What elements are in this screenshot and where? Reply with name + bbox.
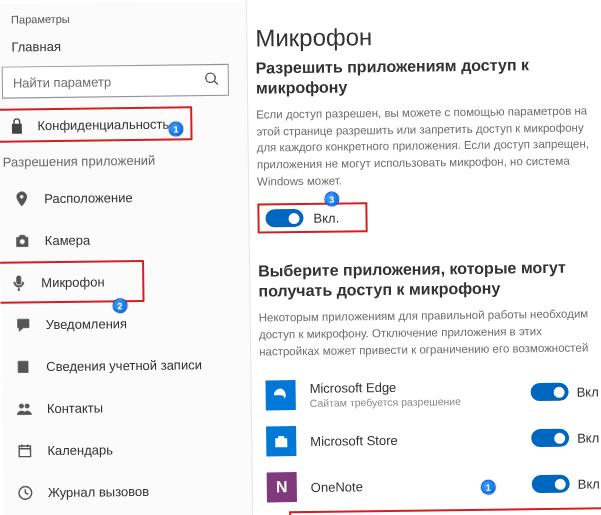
app-toggle-edge[interactable]: [530, 383, 568, 401]
choose-apps-description: Некоторым приложениям для правильной раб…: [259, 306, 597, 360]
sidebar-item-calendar[interactable]: Календарь: [2, 427, 237, 472]
permissions-list: Расположение Камера Микрофон Уведомления…: [0, 175, 238, 514]
sidebar-item-call-history[interactable]: Журнал вызовов: [3, 469, 238, 514]
app-sub: Сайтам требуется разрешение: [310, 394, 517, 409]
sidebar-item-contacts[interactable]: Контакты: [2, 385, 237, 430]
app-toggle-onenote[interactable]: [532, 475, 570, 493]
sidebar-item-account-info[interactable]: Сведения учетной записи: [1, 343, 236, 388]
annotation-marker-1b: 1: [481, 480, 496, 495]
allow-apps-description: Если доступ разрешен, вы можете с помощь…: [256, 102, 594, 189]
window-title: Параметры: [11, 11, 232, 26]
camera-icon: [14, 232, 31, 249]
home-link[interactable]: Главная: [11, 37, 232, 55]
sidebar-item-label: Журнал вызовов: [48, 483, 149, 499]
app-toggle-store[interactable]: [531, 429, 569, 447]
microphone-icon: [10, 274, 27, 291]
master-toggle-row: Вкл.: [257, 203, 367, 234]
app-row-store: Microsoft Store Вкл: [260, 416, 601, 464]
app-row-onenote: N OneNote Вкл: [261, 462, 601, 510]
sidebar-item-location[interactable]: Расположение: [0, 175, 234, 220]
app-row-edge: Microsoft Edge Сайтам требуется разрешен…: [259, 370, 601, 418]
store-icon: [266, 426, 296, 456]
toggle-state: Вкл: [577, 430, 599, 445]
calendar-icon: [16, 442, 33, 459]
search-wrap: [2, 64, 229, 99]
page-title: Микрофон: [255, 20, 598, 52]
sidebar-item-label: Календарь: [47, 442, 113, 458]
sidebar-item-label: Уведомления: [46, 316, 127, 332]
account-icon: [15, 358, 32, 375]
sidebar-item-label: Контакты: [47, 400, 103, 416]
category-label: Конфиденциальность: [37, 116, 169, 133]
sidebar-item-microphone[interactable]: Микрофон: [0, 260, 145, 304]
sidebar-item-label: Микрофон: [41, 274, 105, 290]
sidebar-item-label: Камера: [45, 232, 91, 248]
contacts-icon: [16, 400, 33, 417]
toggle-state: Вкл: [576, 384, 598, 399]
edge-icon: [266, 380, 296, 410]
app-name: Microsoft Store: [310, 431, 517, 449]
app-list: Microsoft Edge Сайтам требуется разрешен…: [259, 370, 601, 515]
section-label: Разрешения приложений: [3, 152, 234, 170]
bell-icon: [15, 316, 32, 333]
sidebar-item-label: Расположение: [44, 190, 133, 206]
category-privacy[interactable]: Конфиденциальность: [0, 106, 193, 142]
clock-icon: [17, 484, 34, 501]
settings-sidebar: Параметры Главная Конфиденциальность Раз…: [0, 1, 253, 515]
onenote-icon: N: [267, 472, 297, 502]
annotation-marker-2: 2: [112, 298, 127, 313]
search-input[interactable]: [2, 64, 229, 99]
search-icon: [204, 71, 220, 87]
annotation-marker-1: 1: [168, 121, 183, 136]
sidebar-item-camera[interactable]: Камера: [0, 217, 235, 262]
master-toggle[interactable]: [265, 209, 303, 227]
toggle-state: Вкл: [578, 476, 600, 491]
allow-apps-heading: Разрешить приложениям доступ к микрофону: [256, 54, 599, 98]
settings-content: Микрофон Разрешить приложениям доступ к …: [247, 0, 601, 515]
location-icon: [13, 190, 30, 207]
master-toggle-label: Вкл.: [313, 210, 339, 225]
annotation-marker-3: 3: [324, 192, 339, 207]
choose-apps-heading: Выберите приложения, которые могут получ…: [258, 258, 601, 302]
sidebar-item-label: Сведения учетной записи: [46, 357, 202, 374]
lock-icon: [8, 117, 25, 134]
